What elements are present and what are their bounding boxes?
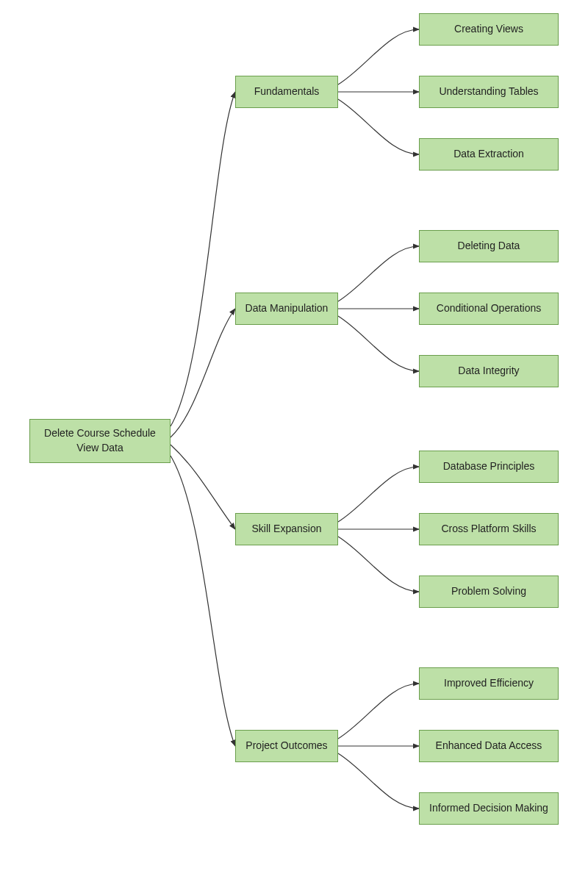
leaf-improved-efficiency: Improved Efficiency: [419, 667, 559, 700]
leaf-creating-views: Creating Views: [419, 13, 559, 46]
leaf-conditional-operations: Conditional Operations: [419, 293, 559, 325]
leaf-data-extraction: Data Extraction: [419, 138, 559, 171]
leaf-understanding-tables: Understanding Tables: [419, 76, 559, 108]
leaf-enhanced-data-access: Enhanced Data Access: [419, 730, 559, 762]
branch-skill-expansion: Skill Expansion: [235, 513, 338, 545]
branch-project-outcomes: Project Outcomes: [235, 730, 338, 762]
branch-fundamentals: Fundamentals: [235, 76, 338, 108]
leaf-database-principles: Database Principles: [419, 451, 559, 483]
leaf-deleting-data: Deleting Data: [419, 230, 559, 262]
branch-data-manipulation: Data Manipulation: [235, 293, 338, 325]
leaf-problem-solving: Problem Solving: [419, 576, 559, 608]
leaf-cross-platform-skills: Cross Platform Skills: [419, 513, 559, 545]
leaf-informed-decision-making: Informed Decision Making: [419, 792, 559, 825]
root-node: Delete Course Schedule View Data: [29, 419, 171, 463]
leaf-data-integrity: Data Integrity: [419, 355, 559, 387]
